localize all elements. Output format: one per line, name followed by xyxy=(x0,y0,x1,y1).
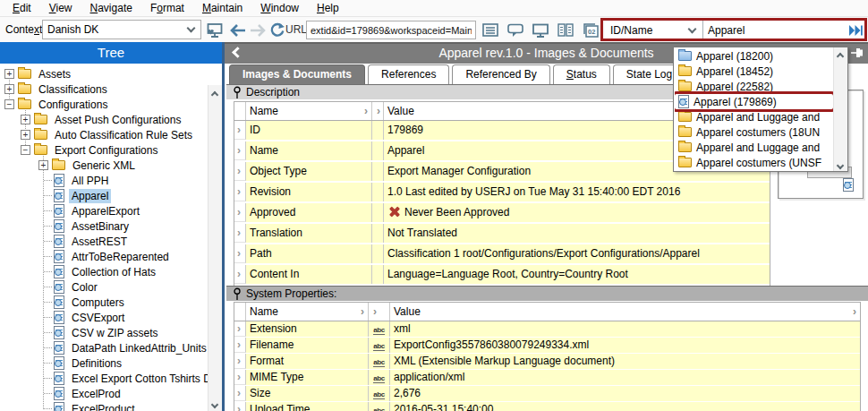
tree-item[interactable]: Collection of Hats xyxy=(0,264,208,279)
run-search-button[interactable] xyxy=(846,21,865,39)
menu-item[interactable]: View xyxy=(40,0,81,17)
tree-item[interactable]: Color xyxy=(0,279,208,295)
tree-item[interactable]: Classifications xyxy=(0,81,208,97)
scroll-up-icon[interactable] xyxy=(211,91,218,98)
column-header-name[interactable]: Name xyxy=(246,303,369,321)
table-row[interactable]: MIME Type abc application/xml xyxy=(234,370,860,386)
menu-item[interactable]: Edit xyxy=(4,0,40,17)
menu-item[interactable]: Window xyxy=(251,0,308,17)
row-expand-icon[interactable] xyxy=(234,402,246,411)
menu-item[interactable]: Help xyxy=(308,0,348,17)
screen-button[interactable] xyxy=(530,20,551,40)
column-header-value[interactable]: Value xyxy=(390,303,860,321)
context-select[interactable]: Danish DK xyxy=(42,20,201,39)
document-icon[interactable] xyxy=(843,178,858,194)
suggestion-item[interactable]: Apparel costumers (UNSF xyxy=(675,155,833,170)
tree-item[interactable]: Auto Classification Rule Sets xyxy=(0,127,208,142)
tree-item[interactable]: AttrToBeReparented xyxy=(0,249,208,264)
table-row[interactable]: Filename abc ExportConfig355786038007924… xyxy=(234,338,860,354)
expand-toggle-icon[interactable] xyxy=(4,99,14,109)
column-header-mid[interactable] xyxy=(372,102,384,120)
row-expand-icon[interactable] xyxy=(234,386,246,401)
context-monitor-button[interactable] xyxy=(204,20,226,40)
menu-item[interactable]: Navigate xyxy=(81,0,141,17)
tree-item[interactable]: CSV w ZIP assets xyxy=(0,325,208,340)
tree-item[interactable]: All PPH xyxy=(0,173,208,188)
row-expand-icon[interactable] xyxy=(234,354,246,369)
tree-item[interactable]: Apparel xyxy=(0,188,208,203)
row-expand-icon[interactable] xyxy=(234,244,246,263)
suggestion-item[interactable]: Apparel and Luggage and xyxy=(675,140,833,155)
expand-toggle-icon[interactable] xyxy=(4,84,14,94)
column-header-name[interactable]: Name xyxy=(246,102,372,120)
suggestion-item[interactable]: Apparel and Luggage and xyxy=(675,109,833,124)
row-expand-icon[interactable] xyxy=(234,224,246,243)
table-row[interactable]: Translation Not Translated xyxy=(234,224,770,244)
suggestion-item[interactable]: Apparel (179869) xyxy=(675,94,833,109)
row-expand-icon[interactable] xyxy=(234,370,246,385)
suggestion-item[interactable]: Apparel costumers (18UN xyxy=(675,124,833,140)
expand-toggle-icon[interactable] xyxy=(21,130,30,140)
tree-item[interactable]: Configurations xyxy=(0,97,208,112)
tree-item[interactable]: Generic XML xyxy=(0,158,208,173)
expand-toggle-icon[interactable] xyxy=(21,145,30,155)
tree-item[interactable]: AssetREST xyxy=(0,234,208,249)
column-header-mid[interactable] xyxy=(369,303,390,321)
pin-icon[interactable] xyxy=(233,287,242,301)
menu-item[interactable]: Maintain xyxy=(193,0,251,17)
tree-item[interactable]: ExcelProd xyxy=(0,386,208,401)
tab[interactable]: References xyxy=(368,64,449,84)
comments-button[interactable] xyxy=(505,20,526,40)
tree-item[interactable]: Excel Export Cotton Tshirts DK xyxy=(0,371,208,386)
tree-item[interactable]: Computers xyxy=(0,295,208,310)
row-expand-icon[interactable] xyxy=(234,162,246,181)
url-input[interactable] xyxy=(306,21,476,39)
calendar-button[interactable]: 02 xyxy=(580,20,601,40)
row-expand-icon[interactable] xyxy=(234,338,246,353)
tree-item[interactable]: CSVExport xyxy=(0,310,208,325)
row-expand-icon[interactable] xyxy=(234,183,246,201)
table-row[interactable]: Extension abc xml xyxy=(234,321,860,338)
search-type-select[interactable]: ID/Name xyxy=(605,21,702,39)
expand-toggle-icon[interactable] xyxy=(4,69,14,79)
columns-button[interactable] xyxy=(555,20,576,40)
table-row[interactable]: Content In Language=Language Root, Count… xyxy=(234,265,770,286)
scroll-down-icon[interactable] xyxy=(837,162,844,169)
pin-icon[interactable] xyxy=(850,47,864,59)
back-button[interactable] xyxy=(227,20,249,40)
table-row[interactable]: Format abc XML (Extensible Markup Langua… xyxy=(234,354,860,370)
search-input[interactable] xyxy=(702,21,847,39)
tree-item[interactable]: Export Configurations xyxy=(0,142,208,158)
tab[interactable]: Referenced By xyxy=(452,64,549,84)
tree-scrollbar[interactable] xyxy=(208,85,222,411)
table-row[interactable]: Revision 1.0 Last edited by USERJ on Tue… xyxy=(234,183,770,203)
row-expand-icon[interactable] xyxy=(234,203,246,222)
table-row[interactable]: Approved Never Been Approved xyxy=(234,203,770,224)
menu-item[interactable]: Format xyxy=(141,0,193,17)
row-expand-icon[interactable] xyxy=(234,265,246,284)
row-expand-icon[interactable] xyxy=(234,121,246,140)
table-row[interactable]: Upload Time abc 2016-05-31 15:40:00 xyxy=(234,402,860,411)
row-expand-icon[interactable] xyxy=(234,321,246,337)
suggestion-item[interactable]: Apparel (18200) xyxy=(675,48,833,64)
suggestion-item[interactable]: Apparel (22582) xyxy=(675,79,833,94)
tab[interactable]: Status xyxy=(553,64,610,84)
tree-item[interactable]: Assets xyxy=(0,66,208,81)
pin-icon[interactable] xyxy=(233,86,242,99)
tab[interactable]: Images & Documents xyxy=(229,64,365,84)
scroll-down-icon[interactable] xyxy=(211,401,218,408)
tree-item[interactable]: DataPath LinkedAttrib_Units xyxy=(0,340,208,355)
row-expand-icon[interactable] xyxy=(234,141,246,160)
tree-item[interactable]: Definitions xyxy=(0,355,208,371)
table-row[interactable]: Size abc 2,676 xyxy=(234,386,860,402)
expand-toggle-icon[interactable] xyxy=(21,115,30,124)
table-row[interactable]: Path Classification 1 root/Configuration… xyxy=(234,244,770,265)
tree-item[interactable]: AssetBinary xyxy=(0,218,208,234)
scroll-up-icon[interactable] xyxy=(837,53,844,60)
tree-item[interactable]: ApparelExport xyxy=(0,203,208,218)
list-view-button[interactable] xyxy=(480,20,501,40)
suggestion-item[interactable]: Apparel (18452) xyxy=(675,64,833,79)
forward-button[interactable] xyxy=(247,20,268,40)
tree-item[interactable]: Asset Push Configurations xyxy=(0,112,208,127)
tree-item[interactable]: ExcelProduct xyxy=(0,401,208,411)
